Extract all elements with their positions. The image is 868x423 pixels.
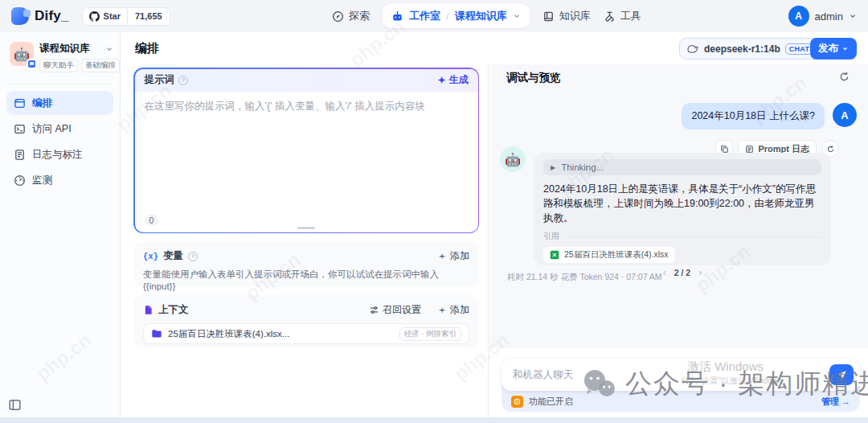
account-name: admin [815,10,843,23]
nav-studio-label[interactable]: 工作室 [409,9,440,23]
app-icon: 🤖 [10,42,34,66]
user-message-bubble: 2024年10月18日 上什么课? [682,103,825,129]
sidebar-collapse-button[interactable] [8,398,22,412]
orchestrate-panel: 提示词 ? ✦ 生成 在这里写你的提示词，输入'{' 插入变量、输入'/' 插入… [121,64,489,423]
plus-icon: ＋ [437,303,447,317]
sidebar-item-orchestrate[interactable]: 编排 [6,91,113,115]
thinking-label: Thinking... [561,162,604,172]
context-doc-icon [143,305,154,315]
book-icon [542,10,555,23]
account-menu[interactable]: A admin [788,0,857,32]
chevron-down-icon[interactable] [105,45,113,53]
model-mode-badge: CHAT [785,43,814,55]
nav-tools-label: 工具 [620,9,641,23]
chat-input[interactable] [502,369,829,380]
brand-name: Dify_ [35,8,69,24]
publish-button[interactable]: 发布 [810,38,857,60]
user-avatar[interactable]: A [788,6,809,27]
chevron-down-icon[interactable] [513,12,521,20]
page-title: 编排 [135,41,159,56]
prompt-char-count: 0 [145,215,159,226]
debug-title: 调试与预览 [506,71,561,85]
add-variable-button[interactable]: ＋ 添加 [437,249,469,263]
prompt-editor[interactable]: 在这里写你的提示词，输入'{' 插入变量、输入'/' 插入提示内容块 [135,92,478,232]
paper-plane-icon [837,370,847,380]
variables-title: 变量 [163,249,183,263]
chevron-down-icon [849,12,857,20]
bottom-scrollbar[interactable] [0,417,868,423]
context-section: 上下文 召回设置 ＋ 添加 25届百日决胜班课表(4).xlsx... 经济 ·… [133,295,479,347]
sidebar-item-monitoring[interactable]: 监测 [6,168,113,192]
orchestrate-icon [14,97,26,109]
publish-label: 发布 [818,42,838,55]
variables-description: 变量能使用户输入表单引入提示词或开场白，你可以试试在提示词中输入 {{input… [143,269,469,293]
manage-label: 管理 [821,396,839,408]
app-mode-tag: 基础编排 [81,59,120,72]
sidebar-item-label: 访问 API [32,122,72,136]
github-icon [89,11,100,22]
breadcrumb-separator: / [446,10,449,23]
context-title: 上下文 [158,303,189,317]
help-icon[interactable]: ? [178,76,188,85]
top-navbar: Dify_ Star 71,655 探索 工作室 / 课程知识库 知识库 工具 [0,0,868,32]
prompt-title: 提示词 [145,73,175,87]
page-next-icon[interactable]: › [698,267,702,278]
citation-divider [566,236,821,237]
page-indicator: 2 / 2 [674,268,690,277]
citation-file-chip[interactable]: 25届百日决胜班课表(4).xlsx [543,247,675,263]
sliders-icon [369,305,379,315]
nav-knowledge-label: 知识库 [559,9,591,23]
sidebar-item-logs[interactable]: 日志与标注 [6,142,113,166]
send-button[interactable] [829,364,854,385]
nav-studio-breadcrumb[interactable]: 工作室 / 课程知识库 [383,4,530,28]
add-variable-label: 添加 [450,249,469,263]
github-star-button[interactable]: Star 71,655 [82,7,170,26]
features-status: 功能已开启 [529,396,573,408]
plus-icon: ＋ [437,249,447,263]
restart-conversation-icon[interactable] [838,71,850,83]
sidebar-divider [10,84,110,84]
chat-input-card: 功能已开启 管理 → [502,359,860,412]
manage-features-link[interactable]: 管理 → [821,396,850,408]
assistant-message-bubble: ▶ Thinking... 2024年10月18日上的是英语课，具体是关于“小作… [534,153,831,265]
gauge-icon [14,175,26,187]
chat-app-badge-icon [27,59,37,69]
sidebar-item-label: 监测 [32,174,52,187]
chevron-down-icon [841,45,849,52]
resize-handle[interactable] [297,227,315,229]
index-mode-badge: 经济 · 倒排索引 [399,327,461,341]
deepseek-whale-icon [686,43,699,55]
prompt-card: 提示词 ? ✦ 生成 在这里写你的提示词，输入'{' 插入变量、输入'/' 插入… [133,68,479,233]
thinking-toggle[interactable]: ▶ Thinking... [543,159,821,175]
sidebar-item-label: 编排 [32,97,52,110]
dify-logo[interactable]: Dify_ [11,7,69,25]
log-icon [745,145,754,154]
nav-explore[interactable]: 探索 [332,9,370,23]
help-icon[interactable]: ? [188,252,198,261]
page-prev-icon[interactable]: ‹ [663,267,666,278]
compass-icon [332,10,344,23]
nav-tools[interactable]: 工具 [604,9,641,23]
message-meta: 耗时 21.14 秒 花费 Token 924 · 07:07 AM [507,272,662,283]
robot-icon [391,10,403,23]
app-switcher[interactable]: 🤖 课程知识库 聊天助手 基础编排 [0,32,120,72]
nav-knowledge[interactable]: 知识库 [542,9,591,23]
add-context-button[interactable]: ＋ 添加 [437,303,469,317]
nav-current-app[interactable]: 课程知识库 [455,9,507,23]
add-context-label: 添加 [450,303,469,317]
citation-label: 引用 [543,231,559,242]
variable-icon: {x} [143,252,158,261]
variables-section: {x} 变量 ? ＋ 添加 变量能使用户输入表单引入提示词或开场白，你可以试试在… [133,241,479,287]
dify-logo-icon [11,7,29,25]
app-type-tag: 聊天助手 [39,59,78,72]
recall-settings-label: 召回设置 [383,303,421,317]
recall-settings-button[interactable]: 召回设置 [369,303,421,317]
github-star-count: 71,655 [127,8,170,25]
user-avatar: A [833,103,857,127]
generate-button[interactable]: ✦ 生成 [437,73,468,87]
app-name: 课程知识库 [39,42,108,55]
github-star-label: Star [104,11,121,21]
sparkle-icon: ✦ [437,75,445,86]
sidebar-item-api[interactable]: 访问 API [6,117,113,141]
context-file-row[interactable]: 25届百日决胜班课表(4).xlsx... 经济 · 倒排索引 [143,323,469,344]
